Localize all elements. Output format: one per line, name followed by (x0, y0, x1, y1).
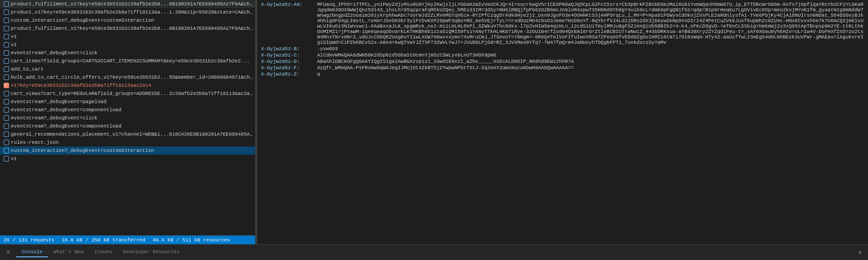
request-item[interactable]: eventstream?_debugEvent=componentload (0, 106, 255, 114)
request-count: 26 / 131 requests (4, 237, 54, 243)
tab-issues[interactable]: Issues (89, 247, 118, 257)
header-row: X-Gyjwza5z-F:AyQfr_WMAQAA-PsFRxmw9qWAJeg… (261, 65, 864, 71)
header-value: -yvw693 (317, 46, 864, 52)
header-row: X-Gyjwza5z-Z:q (261, 71, 864, 77)
xhr-icon (4, 148, 9, 153)
left-panel: product_fulfillment_v1?key=e59ce3b531b2c… (0, 0, 256, 244)
request-name: eventstream?_debugEvent=componentload (11, 123, 121, 129)
toolbar-icons: ≡ (4, 248, 13, 257)
xhr-icon (4, 18, 9, 23)
request-item[interactable]: custom_interaction?_debugEvent=customInt… (0, 16, 255, 24)
header-key: X-Gyjwza5z-D: (261, 59, 315, 64)
request-item[interactable]: eventstream?_debugEvent=pageload (0, 98, 255, 106)
request-list[interactable]: product_fulfillment_v1?key=e59ce3b531b2c… (0, 0, 255, 235)
request-name: product_fulfillment_v1?key=e59ce3b531b2c… (11, 1, 253, 7)
header-row: X-Gyjwza5z-B:-yvw693 (261, 46, 864, 52)
header-row: X-Gyjwza5z-A0:MFUaoq_IPh5=1TTPCL_yo1FWyZ… (261, 2, 864, 45)
request-name: eventstream?_debugEvent=click (11, 50, 97, 56)
tab-bar: ConsoleWhat's NewIssuesDeveloper Resourc… (16, 247, 855, 257)
xhr-icon (4, 1, 9, 7)
request-name: general_recommendations_placement_v1?cha… (11, 132, 253, 137)
main-content: product_fulfillment_v1?key=e59ce3b531b2c… (0, 0, 868, 244)
xhr-icon (4, 156, 9, 161)
request-item[interactable]: bulk_add_to_cart_circle_offers_v1?key=e5… (0, 73, 255, 81)
bottom-toolbar: ≡ ConsoleWhat's NewIssuesDeveloper Resou… (0, 244, 868, 260)
header-key: X-Gyjwza5z-C: (261, 52, 315, 58)
request-item[interactable]: custom_interaction?_debugEvent=customInt… (0, 147, 255, 155)
request-name: custom_interaction?_debugEvent=customInt… (11, 148, 154, 153)
request-item[interactable]: product_v1?key=e59ce3b531b2c39afb2e2b8a7… (0, 8, 255, 16)
request-name: cart_items?field_groups=CART%2CCART_ITEM… (11, 58, 250, 64)
header-key: X-Gyjwza5z-A0: (261, 2, 315, 7)
request-item[interactable]: v1?key=e59ce3b531b2c39afb2e2b8a71ff10113… (0, 81, 255, 90)
xhr-icon (4, 140, 9, 145)
xhr-icon (4, 123, 9, 129)
xhr-icon (4, 99, 9, 104)
request-name: eventstream?_debugEvent=componentload (11, 107, 121, 113)
request-item[interactable]: v1 (0, 155, 255, 163)
right-panel: X-Gyjwza5z-A0:MFUaoq_IPh5=1TTPCL_yo1FWyZ… (257, 0, 868, 244)
request-item[interactable]: eventstream?_debugEvent=click (0, 49, 255, 57)
header-row: X-Gyjwza5z-C:AlCdmvWMAQAA6dWH50K2dSp0zd5… (261, 52, 864, 58)
header-value: q (317, 71, 864, 77)
header-value: AyQfr_WMAQAA-PsFRxmw9qWAJegIJMUjOtXZkBTh… (317, 65, 864, 71)
header-key: X-Gyjwza5z-Z: (261, 71, 315, 77)
xhr-icon (4, 91, 9, 96)
request-item[interactable]: rules-react.json (0, 138, 255, 147)
xhr-icon (4, 58, 9, 64)
tab-whats-new[interactable]: What's New (48, 247, 89, 257)
detail-content: X-Gyjwza5z-A0:MFUaoq_IPh5=1TTPCL_yo1FWyZ… (257, 0, 868, 244)
request-name: v1 (11, 156, 17, 161)
request-name: add_to_cart (11, 66, 44, 72)
xhr-icon (4, 26, 9, 31)
xhr-icon (4, 66, 9, 72)
request-name: v1 (11, 42, 17, 47)
xhr-icon (4, 132, 9, 137)
request-item[interactable]: general_recommendations_placement_v1?cha… (0, 130, 255, 138)
header-value: MFUaoq_IPh5=1TTPCL_yo1FWyZdjyMsu0U0YjHyI… (317, 2, 864, 45)
request-name: eventstream?_debugEvent=pageload (11, 99, 106, 104)
request-name: rules-react.json (11, 140, 59, 145)
xhr-icon (4, 42, 9, 47)
request-name: bulk_add_to_cart_circle_offers_v1?key=e5… (11, 75, 253, 80)
request-item[interactable]: v1 (0, 33, 255, 41)
request-item[interactable]: product_fulfillment_v1?key=e59ce3b531b2c… (0, 0, 255, 8)
request-name: cart_views?cart_type=REGULAR&field_group… (11, 91, 253, 96)
xhr-icon (4, 75, 9, 80)
request-name: v1?key=e59ce3b531b2c39afb2e2b8a71ff10113… (11, 83, 151, 88)
xhr-error-icon (4, 83, 9, 88)
header-key: X-Gyjwza5z-F: (261, 65, 315, 71)
request-name: eventstream?_debugEvent=click (11, 115, 97, 121)
request-item[interactable]: add_to_cart (0, 65, 255, 73)
header-value: AlCdmvWMAQAA6dWH50K2dSp0zd5d6aStOcmnYjm5… (317, 52, 864, 58)
resource-size: 49.4 kB / 511 kB resources (152, 237, 230, 243)
xhr-icon (4, 107, 9, 113)
request-item[interactable]: eventstream?_debugEvent=componentload (0, 122, 255, 130)
xhr-icon (4, 115, 9, 121)
xhr-icon (4, 34, 9, 39)
request-name: v1 (11, 34, 17, 39)
request-item[interactable]: cart_views?cart_type=REGULAR&field_group… (0, 90, 255, 98)
tab-developer-resources[interactable]: Developer Resources (118, 247, 185, 257)
request-name: custom_interaction?_debugEvent=customInt… (11, 18, 154, 23)
header-row: X-Gyjwza5z-D:ABaAhlDBCKGFgQGAAYIQgISigaI… (261, 59, 864, 64)
request-name: product_fulfillment_v1?key=e59ce3b531b2c… (11, 26, 253, 31)
transferred-size: 16.6 kB / 250 kB transferred (62, 237, 145, 243)
xhr-icon (4, 9, 9, 15)
status-bar: 26 / 131 requests 16.6 kB / 250 kB trans… (0, 235, 255, 244)
xhr-icon (4, 50, 9, 56)
header-key: X-Gyjwza5z-B: (261, 46, 315, 52)
header-value: ABaAhlDBCKGFgQGAAYIQgISigaIAwBGAzvpizi_3… (317, 59, 864, 64)
request-item[interactable]: product_fulfillment_v1?key=e59ce3b531b2c… (0, 24, 255, 33)
request-item[interactable]: v1 (0, 41, 255, 49)
request-item[interactable]: eventstream?_debugEvent=click (0, 114, 255, 122)
request-item[interactable]: cart_items?field_groups=CART%2CCART_ITEM… (0, 57, 255, 65)
close-button[interactable]: ✕ (855, 248, 864, 257)
tab-console[interactable]: Console (16, 247, 48, 257)
menu-icon-btn[interactable]: ≡ (4, 248, 13, 257)
request-name: product_v1?key=e59ce3b531b2c39afb2e2b8a7… (11, 9, 253, 15)
